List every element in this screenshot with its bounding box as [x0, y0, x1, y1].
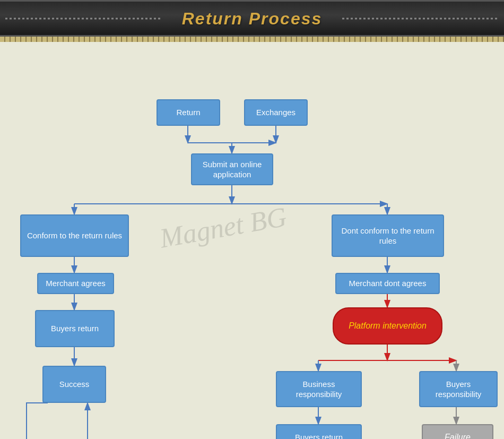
buyers-return-right-box: Buyers return [276, 424, 362, 439]
deco-border [0, 37, 504, 42]
merchant-agrees-box: Merchant agrees [37, 273, 114, 294]
submit-box: Submit an online application [191, 153, 273, 185]
merchant-dont-box: Merchant dont agrees [335, 273, 440, 294]
conform-box: Conform to the return rules [20, 214, 129, 257]
buyers-return-left-box: Buyers return [35, 310, 115, 347]
platform-box: Platform intervention [333, 307, 442, 345]
success-box: Success [42, 366, 106, 403]
failure-box: Failure [422, 424, 493, 439]
business-resp-box: Business responsibility [276, 371, 362, 407]
page-title: Return Process [0, 9, 504, 29]
buyers-resp-box: Buyers responsibility [419, 371, 498, 407]
exchanges-box: Exchanges [244, 99, 308, 126]
dont-conform-box: Dont conform to the return rules [332, 214, 444, 257]
content: Magnet BG [0, 42, 504, 439]
page-wrapper: Return Process Magnet BG [0, 0, 504, 439]
flowchart: Return Exchanges Submit an online applic… [5, 53, 499, 439]
return-box: Return [157, 99, 220, 126]
header: Return Process [0, 0, 504, 37]
